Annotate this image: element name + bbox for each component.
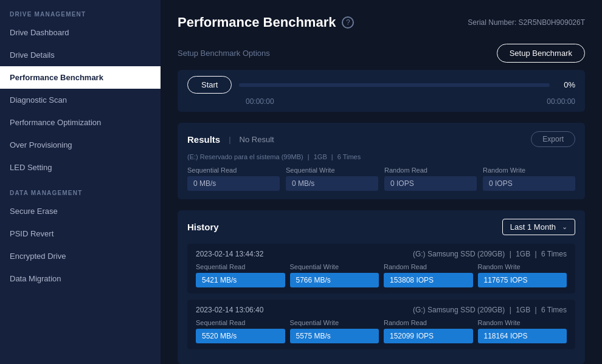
- history-drive-info: (G:) Samsung SSD (209GB) | 1GB | 6 Times: [413, 250, 567, 258]
- history-section: History Last 1 Month ⌄ 2023-02-14 13:44:…: [178, 210, 585, 364]
- result-metric-seq-write: Sequential Write 0 MB/s: [286, 167, 378, 191]
- history-metric-rand-write: Random Write 117675 IOPS: [478, 263, 567, 287]
- results-label: Results: [187, 134, 220, 145]
- page-title: Performance Benchmark: [178, 15, 336, 30]
- history-timestamp: 2023-02-14 13:06:40: [196, 306, 263, 314]
- progress-bar-row: Start 0%: [187, 76, 575, 94]
- rand-read-value: 0 IOPS: [384, 176, 477, 191]
- history-metrics-grid: Sequential Read 5421 MB/s Sequential Wri…: [196, 263, 567, 287]
- main-content: Performance Benchmark ? Serial Number: S…: [161, 0, 602, 364]
- data-management-section: DATA MANAGEMENT: [0, 179, 161, 200]
- result-metric-rand-write: Random Write 0 IOPS: [483, 167, 575, 191]
- h2-rand-read-value: 152099 IOPS: [384, 329, 473, 343]
- results-metrics-grid: Sequential Read 0 MB/s Sequential Write …: [187, 167, 575, 191]
- h2-seq-write-label: Sequential Write: [290, 319, 379, 326]
- rand-write-label: Random Write: [483, 167, 575, 174]
- h2-rand-write-value: 118164 IOPS: [478, 329, 567, 343]
- results-title-row: Results | No Result: [187, 134, 274, 145]
- h2-seq-read-label: Sequential Read: [196, 319, 285, 326]
- result-metric-rand-read: Random Read 0 IOPS: [384, 167, 477, 191]
- h2-seq-write-value: 5575 MB/s: [290, 329, 379, 343]
- sidebar-item-secure-erase[interactable]: Secure Erase: [0, 200, 161, 222]
- results-section: Results | No Result Export (E:) Reservad…: [178, 123, 585, 199]
- results-no-result: No Result: [240, 135, 274, 144]
- setup-benchmark-button[interactable]: Setup Benchmark: [497, 44, 585, 63]
- history-entry: 2023-02-14 13:44:32 (G:) Samsung SSD (20…: [187, 244, 575, 294]
- drive-management-section: DRIVE MANAGEMENT: [0, 0, 161, 21]
- sidebar-item-data-migration[interactable]: Data Migration: [0, 267, 161, 290]
- history-title: History: [187, 222, 219, 232]
- h-seq-write-label: Sequential Write: [290, 263, 379, 270]
- h2-seq-read-value: 5520 MB/s: [196, 329, 285, 343]
- sidebar: DRIVE MANAGEMENT Drive Dashboard Drive D…: [0, 0, 161, 364]
- seq-read-value: 0 MB/s: [187, 176, 280, 191]
- seq-write-value: 0 MB/s: [286, 176, 378, 191]
- history-metric-seq-write: Sequential Write 5766 MB/s: [290, 263, 379, 287]
- history-metrics-grid: Sequential Read 5520 MB/s Sequential Wri…: [196, 319, 567, 343]
- chevron-down-icon: ⌄: [562, 223, 567, 231]
- h-seq-read-label: Sequential Read: [196, 263, 285, 270]
- sidebar-item-diagnostic-scan[interactable]: Diagnostic Scan: [0, 89, 161, 111]
- sidebar-item-encrypted-drive[interactable]: Encrypted Drive: [0, 245, 161, 267]
- history-metric-rand-read-2: Random Read 152099 IOPS: [384, 319, 473, 343]
- page-header: Performance Benchmark ? Serial Number: S…: [178, 15, 585, 30]
- history-entry-header: 2023-02-14 13:06:40 (G:) Samsung SSD (20…: [196, 306, 567, 314]
- time-elapsed: 00:00:00: [246, 97, 274, 106]
- page-title-row: Performance Benchmark ?: [178, 15, 354, 30]
- results-header: Results | No Result Export: [187, 131, 575, 147]
- sidebar-item-drive-details[interactable]: Drive Details: [0, 44, 161, 66]
- history-filter-dropdown[interactable]: Last 1 Month ⌄: [502, 219, 575, 235]
- start-button[interactable]: Start: [187, 76, 232, 94]
- seq-read-label: Sequential Read: [187, 167, 280, 174]
- rand-read-label: Random Read: [384, 167, 477, 174]
- time-remaining: 00:00:00: [547, 97, 575, 106]
- history-drive-info: (G:) Samsung SSD (209GB) | 1GB | 6 Times: [413, 306, 567, 314]
- rand-write-value: 0 IOPS: [483, 176, 575, 191]
- sidebar-item-psid-revert[interactable]: PSID Revert: [0, 222, 161, 245]
- h-seq-write-value: 5766 MB/s: [290, 273, 379, 287]
- history-metric-seq-read: Sequential Read 5421 MB/s: [196, 263, 285, 287]
- sidebar-item-led-setting[interactable]: LED Setting: [0, 156, 161, 179]
- sidebar-item-performance-optimization[interactable]: Performance Optimization: [0, 111, 161, 134]
- help-icon[interactable]: ?: [342, 16, 354, 29]
- h-rand-read-label: Random Read: [384, 263, 473, 270]
- options-label: Setup Benchmark Options: [178, 49, 270, 58]
- history-entry: 2023-02-14 13:06:40 (G:) Samsung SSD (20…: [187, 300, 575, 349]
- serial-number: Serial Number: S2R5NB0H909026T: [468, 18, 585, 27]
- history-metric-rand-read: Random Read 153808 IOPS: [384, 263, 473, 287]
- history-filter-label: Last 1 Month: [510, 222, 556, 232]
- history-metric-seq-write-2: Sequential Write 5575 MB/s: [290, 319, 379, 343]
- seq-write-label: Sequential Write: [286, 167, 378, 174]
- results-sub-info: (E:) Reservado para el sistema (99MB) | …: [187, 153, 575, 160]
- results-separator: |: [229, 135, 230, 144]
- sidebar-item-drive-dashboard[interactable]: Drive Dashboard: [0, 21, 161, 44]
- history-header: History Last 1 Month ⌄: [187, 219, 575, 235]
- h-rand-read-value: 153808 IOPS: [384, 273, 473, 287]
- progress-track: [239, 83, 550, 87]
- h-seq-read-value: 5421 MB/s: [196, 273, 285, 287]
- history-timestamp: 2023-02-14 13:44:32: [196, 250, 263, 258]
- result-metric-seq-read: Sequential Read 0 MB/s: [187, 167, 280, 191]
- history-entry-header: 2023-02-14 13:44:32 (G:) Samsung SSD (20…: [196, 250, 567, 258]
- options-row: Setup Benchmark Options Setup Benchmark: [178, 44, 585, 63]
- progress-section: Start 0% 00:00:00 00:00:00: [178, 70, 585, 112]
- time-row: 00:00:00 00:00:00: [187, 97, 575, 106]
- h-rand-write-label: Random Write: [478, 263, 567, 270]
- h2-rand-write-label: Random Write: [478, 319, 567, 326]
- progress-percentage: 0%: [557, 80, 575, 89]
- h2-rand-read-label: Random Read: [384, 319, 473, 326]
- export-button[interactable]: Export: [531, 131, 575, 147]
- sidebar-item-performance-benchmark[interactable]: Performance Benchmark: [0, 66, 161, 89]
- h-rand-write-value: 117675 IOPS: [478, 273, 567, 287]
- sidebar-item-over-provisioning[interactable]: Over Provisioning: [0, 134, 161, 156]
- history-metric-seq-read-2: Sequential Read 5520 MB/s: [196, 319, 285, 343]
- history-metric-rand-write-2: Random Write 118164 IOPS: [478, 319, 567, 343]
